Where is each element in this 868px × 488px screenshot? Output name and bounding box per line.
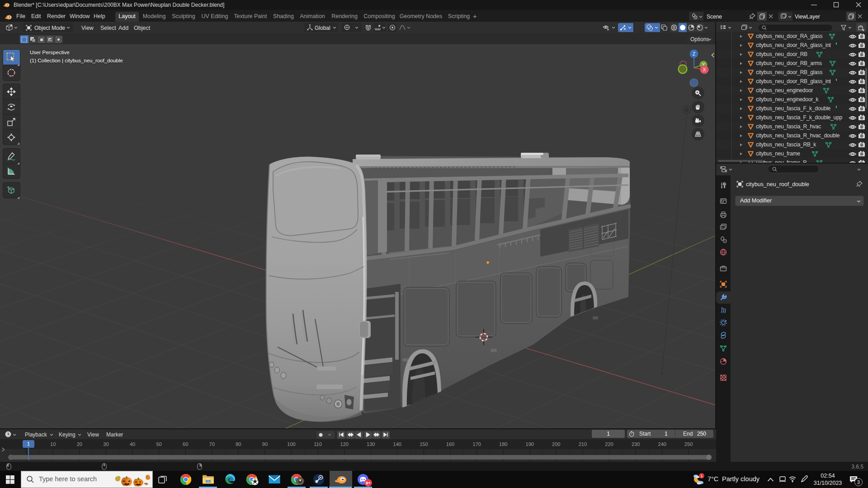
svg-text:130: 130 <box>367 441 375 447</box>
svg-text:190: 190 <box>526 441 534 447</box>
svg-text:10: 10 <box>50 441 56 447</box>
svg-text:210: 210 <box>579 441 587 447</box>
svg-text:90: 90 <box>262 441 268 447</box>
svg-text:140: 140 <box>393 441 401 447</box>
svg-text:100: 100 <box>287 441 295 447</box>
svg-text:40: 40 <box>130 441 135 447</box>
svg-text:Z: Z <box>693 52 695 56</box>
svg-text:80: 80 <box>236 441 241 447</box>
svg-text:30: 30 <box>103 441 108 447</box>
svg-text:180: 180 <box>499 441 507 447</box>
svg-text:150: 150 <box>420 441 428 447</box>
svg-text:170: 170 <box>472 441 481 447</box>
svg-text:240: 240 <box>658 441 666 447</box>
svg-text:X: X <box>703 67 706 72</box>
svg-text:200: 200 <box>552 441 560 447</box>
svg-text:70: 70 <box>209 441 215 447</box>
svg-text:120: 120 <box>340 441 349 447</box>
svg-text:1: 1 <box>700 474 703 478</box>
svg-text:230: 230 <box>632 441 640 447</box>
svg-text:160: 160 <box>446 441 454 447</box>
svg-text:220: 220 <box>605 441 613 447</box>
svg-text:50: 50 <box>156 441 161 447</box>
svg-text:250: 250 <box>684 441 693 447</box>
svg-text:60: 60 <box>183 441 188 447</box>
svg-text:20: 20 <box>77 441 82 447</box>
svg-text:110: 110 <box>314 441 322 447</box>
